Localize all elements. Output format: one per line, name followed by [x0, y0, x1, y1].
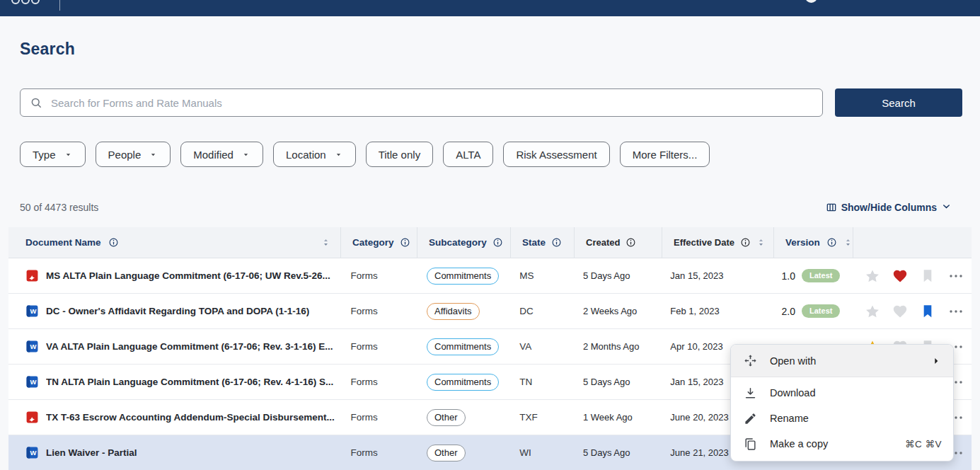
page-title: Search — [20, 40, 980, 59]
info-icon[interactable] — [492, 237, 503, 248]
more-actions-button[interactable] — [947, 268, 964, 285]
column-header-state[interactable]: State — [511, 227, 575, 258]
column-header-version[interactable]: Version — [774, 227, 853, 258]
svg-text:W: W — [30, 343, 37, 350]
open-with-icon — [744, 354, 757, 367]
subcategory-pill: Commitments — [427, 374, 499, 391]
column-header-label: Subcategory — [429, 237, 487, 248]
document-name-link[interactable]: TX T-63 Escrow Accounting Addendum-Speci… — [46, 412, 335, 423]
created-cell: 1 Week Ago — [572, 412, 659, 423]
column-header-category[interactable]: Category — [341, 227, 417, 258]
column-header-effective-date[interactable]: Effective Date — [662, 227, 774, 258]
make-a-copy-icon — [744, 437, 757, 451]
sort-icon[interactable] — [321, 238, 330, 247]
state-cell: WI — [508, 447, 572, 458]
word-file-icon: W — [25, 446, 39, 459]
results-row: 50 of 4473 results Show/Hide Columns — [20, 200, 952, 214]
document-name-link[interactable]: DC - Owner's Affidavit Regarding TOPA an… — [46, 306, 309, 316]
svg-text:W: W — [30, 378, 37, 386]
filter-chip-alta[interactable]: ALTA — [443, 142, 493, 167]
chevron-down-icon — [64, 150, 73, 159]
document-name-link[interactable]: TN ALTA Plain Language Commitment (6-17-… — [46, 377, 333, 387]
column-header-label: Created — [586, 237, 620, 248]
column-header-document-name[interactable]: Document Name — [8, 227, 341, 258]
column-header-subcategory[interactable]: Subcategory — [417, 227, 511, 258]
state-cell: TXF — [508, 412, 572, 423]
context-menu: Open with Download Rename Make a copy ⌘C… — [730, 344, 954, 462]
chevron-down-icon — [241, 150, 250, 159]
company-logo — [8, 0, 51, 6]
filter-chip-title-only[interactable]: Title only — [366, 142, 433, 167]
results-count: 50 of 4473 results — [20, 202, 98, 213]
filter-chip-location[interactable]: Location — [273, 142, 356, 167]
bookmark-icon[interactable] — [920, 268, 935, 284]
keyboard-shortcut: ⌘C ⌘V — [905, 438, 942, 449]
filter-chip-people[interactable]: People — [96, 142, 171, 167]
created-cell: 2 Weeks Ago — [572, 306, 659, 316]
star-icon[interactable] — [865, 268, 880, 284]
effective-date-cell: Feb 1, 2023 — [659, 306, 770, 316]
column-header-created[interactable]: Created — [575, 227, 662, 258]
context-menu-item-open-with[interactable]: Open with — [731, 345, 953, 377]
star-icon[interactable] — [865, 304, 880, 319]
heart-icon[interactable] — [892, 268, 908, 284]
user-avatar[interactable] — [805, 0, 817, 3]
filter-chip-label: Location — [286, 149, 326, 161]
filter-chip-risk-assessment[interactable]: Risk Assessment — [503, 142, 609, 167]
subcategory-pill: Commitments — [427, 268, 499, 285]
table-row[interactable]: MS ALTA Plain Language Commitment (6-17-… — [8, 258, 972, 294]
document-name-link[interactable]: VA ALTA Plain Language Commitment (6-17-… — [46, 341, 333, 352]
state-cell: VA — [508, 341, 572, 352]
topbar-divider — [59, 0, 60, 11]
sort-icon[interactable] — [843, 238, 853, 247]
category-cell: Forms — [340, 377, 415, 387]
search-button[interactable]: Search — [835, 88, 962, 117]
menu-separator — [731, 377, 953, 377]
created-cell: 5 Days Ago — [572, 270, 659, 281]
filter-chip-label: More Filters... — [633, 149, 698, 161]
pdf-file-icon — [25, 411, 39, 424]
table-header-row: Document Name Category Subcategory State… — [8, 227, 972, 258]
latest-badge: Latest — [802, 269, 840, 282]
show-hide-columns-label: Show/Hide Columns — [841, 202, 937, 213]
filter-chip-label: Risk Assessment — [516, 149, 596, 161]
filter-chip-type[interactable]: Type — [20, 142, 86, 167]
download-icon — [744, 386, 757, 400]
column-header-label: Category — [352, 237, 394, 248]
search-input[interactable] — [51, 97, 813, 109]
filter-chip-more-filters[interactable]: More Filters... — [620, 142, 710, 167]
document-name-link[interactable]: Lien Waiver - Partial — [46, 447, 137, 458]
show-hide-columns-button[interactable]: Show/Hide Columns — [826, 201, 952, 214]
filter-chip-row: Type People Modified Location Title only… — [20, 142, 980, 167]
column-header-label: Document Name — [25, 237, 101, 248]
context-menu-item-make-a-copy[interactable]: Make a copy ⌘C ⌘V — [731, 431, 953, 457]
latest-badge: Latest — [802, 304, 840, 318]
heart-icon[interactable] — [892, 304, 908, 319]
bookmark-icon[interactable] — [920, 304, 935, 319]
pdf-file-icon — [25, 269, 39, 282]
filter-chip-modified[interactable]: Modified — [180, 142, 263, 167]
sort-icon[interactable] — [756, 238, 766, 247]
chevron-down-icon — [334, 150, 343, 159]
category-cell: Forms — [340, 306, 415, 316]
info-icon[interactable] — [400, 237, 410, 248]
word-file-icon: W — [25, 340, 39, 353]
info-icon[interactable] — [108, 237, 119, 248]
filter-chip-label: Title only — [379, 149, 420, 161]
state-cell: TN — [508, 377, 572, 387]
info-icon[interactable] — [826, 237, 837, 248]
category-cell: Forms — [340, 447, 415, 458]
column-header-label: Version — [785, 237, 820, 248]
filter-chip-label: People — [108, 149, 142, 161]
more-actions-button[interactable] — [947, 303, 964, 320]
submenu-arrow-icon — [930, 355, 942, 367]
context-menu-item-rename[interactable]: Rename — [731, 406, 953, 431]
document-name-link[interactable]: MS ALTA Plain Language Commitment (6-17-… — [46, 270, 330, 281]
context-menu-item-download[interactable]: Download — [731, 380, 953, 406]
info-icon[interactable] — [626, 237, 636, 248]
state-cell: MS — [508, 270, 572, 281]
info-icon[interactable] — [740, 237, 751, 248]
filter-chip-label: Type — [33, 149, 56, 161]
table-row[interactable]: W DC - Owner's Affidavit Regarding TOPA … — [8, 294, 972, 329]
info-icon[interactable] — [551, 237, 562, 248]
